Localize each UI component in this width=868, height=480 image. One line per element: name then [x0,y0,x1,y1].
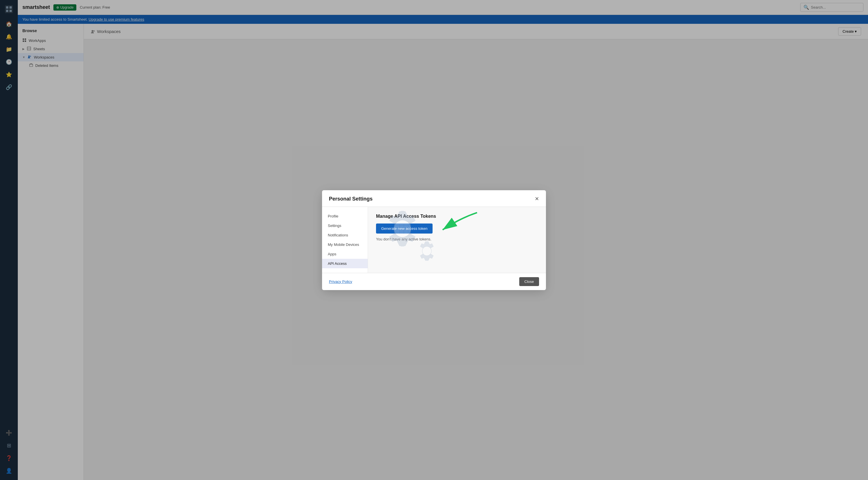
svg-rect-21 [401,211,404,215]
privacy-policy-link[interactable]: Privacy Policy [329,280,352,284]
nav-item-profile[interactable]: Profile [322,212,368,221]
personal-settings-modal: Personal Settings ✕ Profile Settings Not… [322,190,546,290]
modal-nav: Profile Settings Notifications My Mobile… [322,207,368,273]
gear-illustration [368,207,448,273]
modal-overlay: Personal Settings ✕ Profile Settings Not… [0,0,868,480]
svg-point-20 [396,222,409,235]
nav-item-settings[interactable]: Settings [322,221,368,230]
modal-footer: Privacy Policy Close [322,273,546,290]
svg-rect-22 [401,243,404,247]
nav-item-apps[interactable]: Apps [322,249,368,259]
nav-item-mobile-devices[interactable]: My Mobile Devices [322,240,368,249]
svg-point-31 [424,248,430,254]
close-button[interactable]: Close [519,277,539,286]
modal-section-api: Manage API Access Tokens Generate new ac… [368,207,546,273]
modal-header: Personal Settings ✕ [322,190,546,207]
nav-item-api-access[interactable]: API Access [322,259,368,268]
nav-item-notifications[interactable]: Notifications [322,230,368,240]
modal-close-button[interactable]: ✕ [535,196,539,201]
modal-title: Personal Settings [329,196,373,202]
modal-body: Profile Settings Notifications My Mobile… [322,207,546,273]
